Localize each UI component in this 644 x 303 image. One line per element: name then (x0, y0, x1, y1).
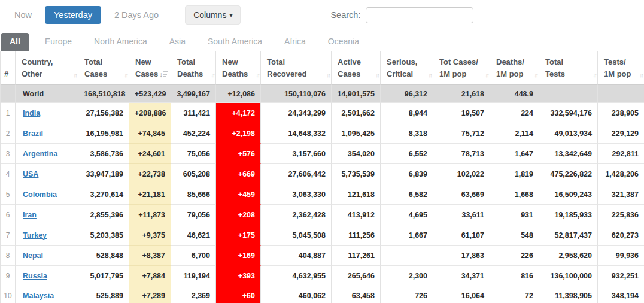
region-tab-all[interactable]: All (1, 33, 29, 51)
cell-total-tests: 13,342,649 (539, 144, 598, 164)
search-label: Search: (330, 10, 360, 20)
sort-both-icon: ↓↑ (73, 72, 76, 78)
cell-total-cases: 33,947,189 (78, 164, 129, 184)
cell-total-deaths: 605,208 (171, 164, 216, 184)
column-header-total-recovered[interactable]: TotalRecovered↓↑ (261, 51, 332, 85)
table-header-row: #Country,Other↓↑TotalCases↓↑NewCases↓Tot… (1, 51, 644, 85)
cell-tot-cases-1m: 17,863 (433, 246, 490, 266)
region-tab-south-america[interactable]: South America (199, 33, 271, 51)
cell-new-cases: +74,845 (129, 123, 171, 144)
cell-total-tests (539, 85, 598, 103)
cell-deaths-1m: 1,647 (490, 144, 539, 164)
cell-active-cases: 2,501,662 (332, 103, 381, 123)
cell-active-cases: 354,020 (332, 144, 381, 164)
country-link[interactable]: Malaysia (23, 292, 54, 300)
cell-total-recovered: 3,063,330 (261, 184, 332, 205)
column-header-total-tests[interactable]: TotalTests↓↑ (539, 51, 598, 85)
column-header-serious-critical[interactable]: Serious,Critical↓↑ (381, 51, 433, 85)
cell-rank: 7 (1, 225, 16, 246)
region-tab-bar: AllEuropeNorth AmericaAsiaSouth AmericaA… (0, 33, 644, 51)
sort-both-icon: ↓↑ (375, 72, 378, 78)
column-label-line: 1M pop (604, 68, 634, 80)
cell-total-tests: 475,226,822 (539, 164, 598, 184)
cell-tot-cases-1m: 78,713 (433, 144, 490, 164)
cell-serious-critical: 4,695 (381, 205, 433, 225)
cell-serious-critical: 6,552 (381, 144, 433, 164)
sort-both-icon: ↓↑ (639, 72, 642, 78)
country-link[interactable]: India (23, 109, 40, 117)
country-link[interactable]: Argentina (23, 150, 57, 158)
country-link[interactable]: Russia (23, 272, 47, 280)
column-header-tests-1m[interactable]: Tests/1M pop↓↑ (598, 51, 644, 85)
time-tab-2-days-ago[interactable]: 2 Days Ago (107, 6, 166, 24)
cell-country: Malaysia (16, 286, 78, 303)
column-label-line: Total (545, 56, 588, 68)
country-link[interactable]: Nepal (23, 252, 43, 260)
column-header-total-cases[interactable]: TotalCases↓↑ (78, 51, 129, 85)
columns-button[interactable]: Columns▾ (185, 5, 241, 25)
country-link[interactable]: Brazil (23, 129, 43, 138)
cell-new-cases: +11,873 (129, 205, 171, 225)
cell-new-cases: +208,886 (129, 103, 171, 123)
country-link[interactable]: USA (23, 170, 38, 178)
cell-new-deaths: +208 (216, 205, 261, 225)
column-label-line: Country, (22, 56, 68, 68)
world-row: World168,510,818+523,4293,499,167+12,086… (1, 85, 644, 103)
cell-total-tests: 2,958,620 (539, 246, 598, 266)
column-header-total-deaths[interactable]: TotalDeaths↓↑ (171, 51, 216, 85)
region-tab-africa[interactable]: Africa (275, 33, 315, 51)
time-tab-now[interactable]: Now (7, 6, 39, 24)
cell-new-cases: +9,375 (129, 225, 171, 246)
cell-tests-1m: 292,811 (598, 144, 644, 164)
country-link[interactable]: Turkey (23, 231, 47, 240)
cell-active-cases: 1,095,425 (332, 123, 381, 144)
time-tab-yesterday[interactable]: Yesterday (45, 6, 101, 24)
table-row: 4USA33,947,189+22,738605,208+66927,606,4… (1, 164, 644, 184)
cell-total-deaths: 75,056 (171, 144, 216, 164)
cell-rank: 3 (1, 144, 16, 164)
time-tab-group: NowYesterday2 Days Ago (7, 6, 166, 24)
cell-total-tests: 49,013,934 (539, 123, 598, 144)
column-header-tot-cases-1m[interactable]: Tot Cases/1M pop↓↑ (433, 51, 490, 85)
cell-serious-critical: 2,300 (381, 266, 433, 286)
cell-new-deaths: +393 (216, 266, 261, 286)
cell-new-deaths: +576 (216, 144, 261, 164)
column-header-country[interactable]: Country,Other↓↑ (16, 51, 78, 85)
cell-total-deaths: 85,666 (171, 184, 216, 205)
cell-tests-1m (598, 85, 644, 103)
cell-total-recovered: 24,343,299 (261, 103, 332, 123)
column-label-line: Recovered (267, 68, 321, 80)
column-label-line: Total (177, 56, 206, 68)
column-header-new-deaths[interactable]: NewDeaths↓↑ (216, 51, 261, 85)
cell-tests-1m: 1,428,206 (598, 164, 644, 184)
sort-both-icon: ↓↑ (211, 72, 214, 78)
cell-tot-cases-1m: 21,618 (433, 85, 490, 103)
cell-serious-critical: 8,944 (381, 103, 433, 123)
cell-new-deaths: +12,086 (216, 85, 261, 103)
covid-stats-table: #Country,Other↓↑TotalCases↓↑NewCases↓Tot… (0, 51, 644, 303)
cell-deaths-1m: 72 (490, 286, 539, 303)
cell-active-cases: 111,256 (332, 225, 381, 246)
column-header-deaths-1m[interactable]: Deaths/1M pop↓↑ (490, 51, 539, 85)
cell-rank: 4 (1, 164, 16, 184)
cell-tests-1m: 99,936 (598, 246, 644, 266)
cell-deaths-1m: 548 (490, 225, 539, 246)
cell-total-recovered: 2,362,428 (261, 205, 332, 225)
cell-country: Turkey (16, 225, 78, 246)
column-header-active-cases[interactable]: ActiveCases↓↑ (332, 51, 381, 85)
cell-total-recovered: 4,632,955 (261, 266, 332, 286)
column-label-line: Cases (338, 68, 370, 80)
cell-total-recovered: 404,887 (261, 246, 332, 266)
table-row: 9Russia5,017,795+7,884119,194+3934,632,9… (1, 266, 644, 286)
cell-total-tests: 136,100,000 (539, 266, 598, 286)
region-tab-europe[interactable]: Europe (36, 33, 81, 51)
sort-desc-active-icon: ↓ (159, 71, 168, 78)
column-header-new-cases[interactable]: NewCases↓ (129, 51, 171, 85)
cell-new-deaths: +459 (216, 184, 261, 205)
search-input[interactable] (366, 7, 473, 23)
region-tab-oceania[interactable]: Oceania (319, 33, 368, 51)
country-link[interactable]: Iran (23, 211, 37, 219)
region-tab-north-america[interactable]: North America (85, 33, 156, 51)
region-tab-asia[interactable]: Asia (160, 33, 195, 51)
country-link[interactable]: Colombia (23, 190, 57, 199)
